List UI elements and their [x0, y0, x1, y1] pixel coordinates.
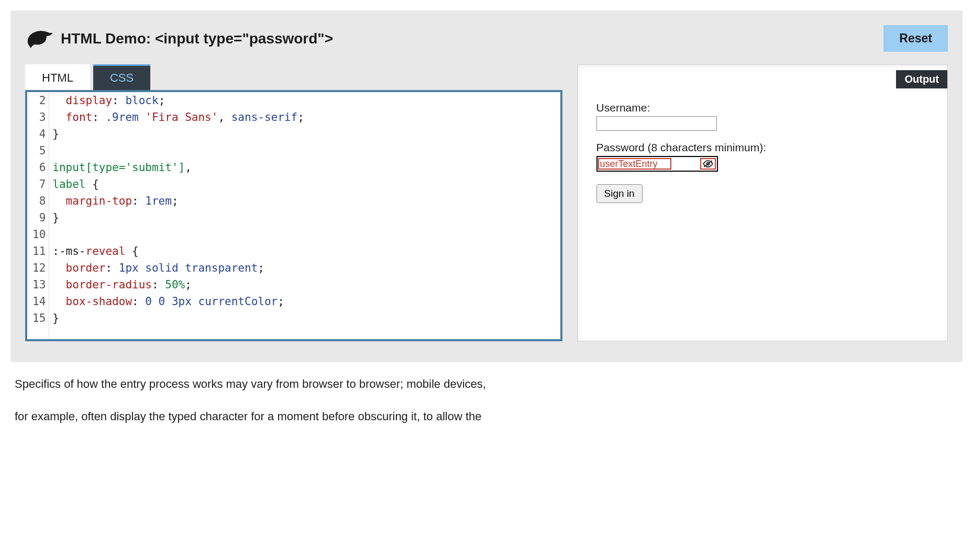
code-line[interactable]: font: .9rem 'Fira Sans', sans-serif; [52, 109, 560, 126]
dino-logo-icon [25, 27, 53, 50]
line-number: 13 [32, 276, 46, 293]
code-line[interactable]: box-shadow: 0 0 3px currentColor; [52, 293, 560, 310]
sign-in-button[interactable]: Sign in [596, 184, 643, 203]
editor-tabs: HTML CSS [25, 64, 562, 90]
code-line[interactable]: :-ms-reveal { [52, 243, 560, 260]
password-input[interactable] [598, 158, 671, 170]
password-label: Password (8 characters minimum): [596, 141, 928, 154]
output-panel: Output Username: Password (8 characters … [577, 64, 948, 341]
code-line[interactable]: } [52, 126, 560, 142]
line-number: 5 [32, 142, 46, 159]
line-number: 3 [32, 109, 46, 126]
demo-container: HTML Demo: <input type="password"> Reset… [10, 10, 963, 362]
line-number: 7 [32, 176, 46, 193]
line-number: 9 [32, 209, 46, 226]
line-number: 11 [32, 243, 46, 260]
username-input[interactable] [596, 116, 717, 131]
username-label: Username: [596, 102, 928, 114]
code-line[interactable]: margin-top: 1rem; [52, 193, 560, 209]
demo-title: HTML Demo: <input type="password"> [61, 30, 333, 47]
code-line[interactable]: display: block; [52, 92, 560, 109]
code-line[interactable] [52, 226, 560, 243]
code-line[interactable]: label { [52, 176, 560, 193]
code-line[interactable]: border: 1px solid transparent; [52, 260, 560, 276]
demo-title-group: HTML Demo: <input type="password"> [25, 27, 333, 50]
line-number: 12 [32, 260, 46, 276]
line-number: 14 [32, 293, 46, 310]
article-paragraph-2: for example, often display the typed cha… [15, 405, 958, 428]
code-line[interactable]: input[type='submit'], [52, 159, 560, 176]
code-line[interactable]: } [52, 310, 560, 327]
reset-button[interactable]: Reset [883, 25, 948, 52]
code-content[interactable]: display: block; font: .9rem 'Fira Sans',… [49, 92, 560, 339]
output-badge: Output [896, 70, 947, 88]
line-number: 8 [32, 193, 46, 209]
demo-body: HTML CSS 23456789101112131415 display: b… [25, 64, 948, 341]
tab-css[interactable]: CSS [93, 64, 150, 90]
line-number: 10 [32, 226, 46, 243]
line-number-gutter: 23456789101112131415 [27, 92, 49, 339]
line-number: 4 [32, 126, 46, 142]
line-number: 2 [32, 92, 46, 109]
article-paragraph-1: Specifics of how the entry process works… [15, 373, 958, 396]
password-input-wrapper [596, 156, 718, 172]
code-line[interactable]: border-radius: 50%; [52, 276, 560, 293]
line-number: 6 [32, 159, 46, 176]
line-number: 15 [32, 310, 46, 327]
code-editor[interactable]: 23456789101112131415 display: block; fon… [25, 90, 562, 341]
password-reveal-icon[interactable] [700, 158, 716, 170]
demo-header: HTML Demo: <input type="password"> Reset [25, 25, 948, 52]
tab-html[interactable]: HTML [25, 64, 90, 90]
code-line[interactable]: } [52, 209, 560, 226]
editor-column: HTML CSS 23456789101112131415 display: b… [25, 64, 562, 341]
code-line[interactable] [52, 142, 560, 159]
